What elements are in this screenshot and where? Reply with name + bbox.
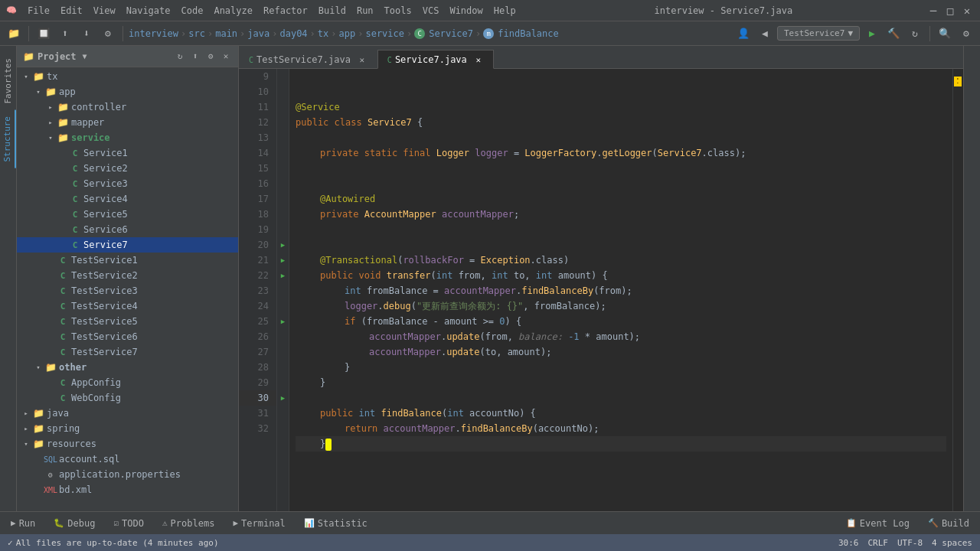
tree-tx[interactable]: ▾ 📁 tx bbox=[17, 69, 238, 84]
close-button[interactable]: ✕ bbox=[960, 5, 974, 17]
tree-testservice4[interactable]: C TestService4 bbox=[17, 298, 238, 314]
tree-service5[interactable]: C Service5 bbox=[17, 207, 238, 222]
statistic-button[interactable]: 📊 Statistic bbox=[299, 517, 372, 530]
tree-service7[interactable]: C Service7 bbox=[17, 237, 238, 253]
collapse-button[interactable]: ⬆ bbox=[56, 24, 74, 43]
status-encoding[interactable]: UTF-8 bbox=[897, 538, 923, 548]
status-line-ending[interactable]: CRLF bbox=[867, 538, 888, 548]
status-indent[interactable]: 4 spaces bbox=[932, 538, 972, 548]
panel-close-icon[interactable]: ✕ bbox=[220, 51, 232, 63]
debug-bottom-button[interactable]: 🐛 Debug bbox=[49, 517, 100, 530]
terminal-button[interactable]: ▶ Terminal bbox=[228, 517, 289, 530]
settings-gear-button[interactable]: ⚙ bbox=[957, 24, 975, 43]
maximize-button[interactable]: □ bbox=[943, 5, 957, 17]
menu-help[interactable]: Help bbox=[489, 4, 521, 18]
tree-resources[interactable]: ▾ 📁 resources bbox=[17, 436, 238, 452]
tree-bdxml[interactable]: XML bd.xml bbox=[17, 482, 238, 497]
tree-testservice7[interactable]: C TestService7 bbox=[17, 344, 238, 360]
bc-tx[interactable]: tx bbox=[318, 28, 328, 39]
bc-app[interactable]: app bbox=[339, 28, 356, 39]
menu-tools[interactable]: Tools bbox=[380, 4, 416, 18]
tree-testservice1[interactable]: C TestService1 bbox=[17, 253, 238, 268]
tab-service7[interactable]: C Service7.java ✕ bbox=[377, 50, 494, 69]
tree-testservice3[interactable]: C TestService3 bbox=[17, 283, 238, 298]
tree-service2[interactable]: C Service2 bbox=[17, 161, 238, 176]
tree-other[interactable]: ▾ 📁 other bbox=[17, 360, 238, 375]
run-button[interactable]: ▶ bbox=[863, 24, 881, 43]
menu-analyze[interactable]: Analyze bbox=[209, 4, 257, 18]
menu-vcs[interactable]: VCS bbox=[418, 4, 444, 18]
tree-java[interactable]: ▸ 📁 java bbox=[17, 406, 238, 421]
minimize-button[interactable]: ─ bbox=[926, 5, 940, 17]
code-line-25: if (fromBalance - amount >= 0) { bbox=[296, 314, 946, 329]
tree-spring[interactable]: ▸ 📁 spring bbox=[17, 421, 238, 436]
tree-accountsql[interactable]: SQL account.sql bbox=[17, 452, 238, 467]
tree-controller[interactable]: ▸ 📁 controller bbox=[17, 99, 238, 115]
tree-label-java: java bbox=[47, 408, 69, 419]
tree-service4[interactable]: C Service4 bbox=[17, 191, 238, 207]
gutter: ▶ ▶ ▶ ▶ ▶ bbox=[277, 69, 289, 511]
sync-icon[interactable]: ↻ bbox=[174, 51, 186, 63]
menu-bar[interactable]: File Edit View Navigate Code Analyze Ref… bbox=[23, 4, 521, 18]
editor[interactable]: 9 10 11 12 13 14 15 16 17 18 19 20 21 22… bbox=[239, 69, 963, 511]
todo-button[interactable]: ☑ TODO bbox=[109, 517, 149, 530]
ln-31: 31 bbox=[239, 406, 276, 421]
build-button[interactable]: 🔨 bbox=[884, 24, 903, 43]
run-bottom-button[interactable]: ▶ Run bbox=[6, 517, 40, 530]
tree-service[interactable]: ▾ 📁 service bbox=[17, 130, 238, 145]
bc-service7[interactable]: Service7 bbox=[429, 28, 473, 39]
vertical-tab-favorites[interactable]: Favorites bbox=[1, 52, 15, 110]
status-position[interactable]: 30:6 bbox=[838, 538, 859, 548]
tab-testservice7[interactable]: C TestService7.java ✕ bbox=[239, 50, 377, 68]
tree-testservice5[interactable]: C TestService5 bbox=[17, 314, 238, 329]
menu-navigate[interactable]: Navigate bbox=[122, 4, 175, 18]
bc-interview[interactable]: interview bbox=[129, 28, 178, 39]
menu-edit[interactable]: Edit bbox=[56, 4, 87, 18]
bc-src[interactable]: src bbox=[188, 28, 205, 39]
tree-webconfig[interactable]: C WebConfig bbox=[17, 390, 238, 406]
tree-app[interactable]: ▾ 📁 app bbox=[17, 84, 238, 99]
tree-mapper[interactable]: ▸ 📁 mapper bbox=[17, 115, 238, 130]
code-editor[interactable]: @Service public class Service7 { private… bbox=[289, 69, 952, 511]
back-button[interactable]: ◀ bbox=[756, 24, 774, 43]
menu-build[interactable]: Build bbox=[314, 4, 351, 18]
avatar-button[interactable]: 👤 bbox=[734, 24, 753, 43]
tree-testservice2[interactable]: C TestService2 bbox=[17, 268, 238, 283]
tree-label-bdxml: bd.xml bbox=[59, 484, 92, 495]
menu-window[interactable]: Window bbox=[445, 4, 487, 18]
tree-testservice6[interactable]: C TestService6 bbox=[17, 329, 238, 344]
tree-service3[interactable]: C Service3 bbox=[17, 176, 238, 191]
search-button[interactable]: 🔍 bbox=[936, 24, 954, 43]
menu-run[interactable]: Run bbox=[352, 4, 378, 18]
project-dropdown[interactable]: ▼ bbox=[83, 52, 87, 60]
run-config-selector[interactable]: TestService7 ▼ bbox=[777, 26, 860, 41]
project-view-button[interactable]: 📁 bbox=[5, 24, 23, 43]
tab-close-testservice7[interactable]: ✕ bbox=[357, 54, 368, 65]
settings-button[interactable]: ⚙ bbox=[99, 24, 117, 43]
expand-button[interactable]: ⬇ bbox=[77, 24, 96, 43]
bc-day04[interactable]: day04 bbox=[279, 28, 307, 39]
collapse-all-icon[interactable]: ⬆ bbox=[189, 51, 201, 63]
menu-file[interactable]: File bbox=[23, 4, 54, 18]
vertical-tab-structure[interactable]: Structure bbox=[0, 110, 16, 168]
debug-step-button[interactable]: ↻ bbox=[906, 24, 924, 43]
tree-service6[interactable]: C Service6 bbox=[17, 222, 238, 237]
menu-refactor[interactable]: Refactor bbox=[259, 4, 312, 18]
menu-code[interactable]: Code bbox=[177, 4, 208, 18]
tree-appconfig[interactable]: C AppConfig bbox=[17, 375, 238, 390]
bc-service[interactable]: service bbox=[365, 28, 404, 39]
bc-java[interactable]: java bbox=[247, 28, 270, 39]
tree-appprops[interactable]: ⚙ application.properties bbox=[17, 467, 238, 482]
structure-button[interactable]: 🔲 bbox=[34, 24, 53, 43]
problems-button[interactable]: ⚠ Problems bbox=[158, 517, 219, 530]
panel-settings-icon[interactable]: ⚙ bbox=[204, 51, 217, 63]
tab-close-service7[interactable]: ✕ bbox=[473, 54, 484, 65]
tree-service1[interactable]: C Service1 bbox=[17, 145, 238, 161]
bc-main[interactable]: main bbox=[215, 28, 237, 39]
build-bottom-button[interactable]: 🔨 Build bbox=[923, 517, 974, 530]
bc-findbalance[interactable]: findBalance bbox=[498, 28, 558, 39]
event-log-button[interactable]: 📋 Event Log bbox=[841, 517, 914, 530]
event-log-icon: 📋 bbox=[846, 518, 857, 528]
menu-view[interactable]: View bbox=[89, 4, 120, 18]
window-controls[interactable]: ─ □ ✕ bbox=[926, 5, 974, 17]
